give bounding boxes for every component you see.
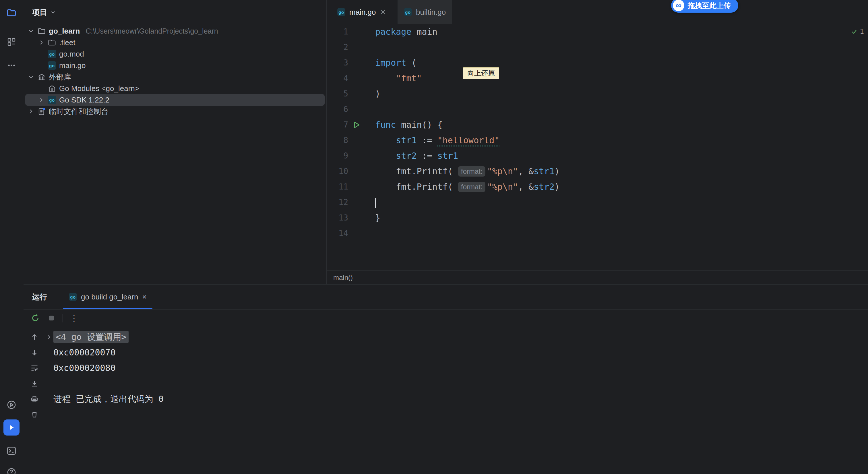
tree-item-fleet[interactable]: .fleet: [24, 37, 327, 48]
project-panel-header[interactable]: 项目: [24, 0, 327, 25]
chevron-right-icon[interactable]: [38, 96, 45, 103]
gutter: [348, 132, 375, 148]
gutter: [348, 101, 375, 117]
line-number[interactable]: 6: [327, 101, 348, 117]
go-file-icon: go: [404, 8, 412, 16]
chevron-down-icon[interactable]: [28, 28, 34, 34]
line-number[interactable]: 12: [327, 195, 348, 210]
go-file-icon: go: [337, 8, 345, 16]
line-number[interactable]: 1: [327, 24, 348, 40]
code-text: str2 := str1: [375, 148, 458, 164]
tree-item-main-go[interactable]: go main.go: [24, 60, 327, 71]
code-line-6[interactable]: 6: [327, 101, 868, 117]
code-line-8[interactable]: 8 str1 := "helloworld": [327, 132, 868, 148]
project-panel-title: 项目: [32, 7, 47, 18]
tree-item-go-mod[interactable]: go go.mod: [24, 48, 327, 60]
scroll-to-end-button[interactable]: [30, 379, 39, 388]
chevron-right-icon[interactable]: [28, 108, 34, 115]
gutter: [348, 164, 375, 179]
code-line-13[interactable]: 13}: [327, 210, 868, 226]
code-line-7[interactable]: 7func main() {: [327, 117, 868, 132]
gutter: [348, 40, 375, 55]
stop-button[interactable]: [47, 314, 56, 322]
help-button[interactable]: [3, 464, 20, 474]
tree-item-label: main.go: [59, 61, 86, 70]
more-tool-windows-button[interactable]: [3, 57, 20, 73]
library-icon: [48, 84, 56, 93]
console-line: 0xc000020080: [45, 360, 868, 376]
console-line: 0xc000020070: [45, 345, 868, 360]
project-tool-button[interactable]: [3, 5, 20, 21]
line-number[interactable]: 9: [327, 148, 348, 164]
run-tab-go-build[interactable]: go go build go_learn ×: [63, 285, 152, 309]
line-number[interactable]: 10: [327, 164, 348, 179]
breadcrumb-main[interactable]: main(): [333, 274, 353, 282]
run-tool-button[interactable]: [3, 419, 20, 436]
inspection-widget[interactable]: 1: [851, 28, 864, 36]
code-line-4[interactable]: 4 "fmt": [327, 70, 868, 86]
line-number[interactable]: 13: [327, 210, 348, 226]
run-line-icon[interactable]: [352, 121, 361, 129]
code-line-1[interactable]: 1package main: [327, 24, 868, 40]
line-number[interactable]: 5: [327, 86, 348, 101]
code-editor[interactable]: 1package main23import (4 "fmt"5)67func m…: [327, 24, 868, 270]
tree-item-scratches[interactable]: 临时文件和控制台: [24, 106, 327, 117]
next-occurrence-button[interactable]: [30, 348, 39, 357]
code-line-10[interactable]: 10 fmt.Printf( format:"%p\n", &str1): [327, 164, 868, 179]
more-dots-icon: [7, 61, 17, 70]
structure-tool-button[interactable]: [3, 34, 20, 50]
code-line-12[interactable]: 12: [327, 195, 868, 210]
tree-item-go-modules[interactable]: Go Modules <go_learn>: [24, 83, 327, 94]
chevron-down-icon[interactable]: [28, 73, 34, 80]
tab-label: builtin.go: [416, 8, 446, 17]
code-text: }: [375, 210, 380, 226]
line-number[interactable]: 14: [327, 226, 348, 241]
code-line-3[interactable]: 3import (: [327, 55, 868, 70]
run-tab-close-icon[interactable]: ×: [143, 293, 147, 301]
tree-item-label: Go SDK 1.22.2: [59, 96, 110, 105]
folder-icon: [48, 38, 56, 47]
folded-region[interactable]: <4 go 设置调用>: [53, 331, 129, 343]
terminal-icon: [6, 446, 17, 456]
chevron-right-icon[interactable]: [38, 39, 45, 46]
code-text: fmt.Printf( format:"%p\n", &str1): [375, 164, 560, 179]
code-line-11[interactable]: 11 fmt.Printf( format:"%p\n", &str2): [327, 179, 868, 195]
line-number[interactable]: 8: [327, 132, 348, 148]
gutter: [348, 70, 375, 86]
tree-item-external-libraries[interactable]: 外部库: [24, 71, 327, 83]
line-number[interactable]: 4: [327, 70, 348, 86]
project-root-path: C:\Users\meowr\GolandProjects\go_learn: [86, 27, 218, 35]
print-button[interactable]: [30, 394, 39, 404]
line-number[interactable]: 3: [327, 55, 348, 70]
more-options-icon[interactable]: ⋮: [70, 313, 79, 323]
code-line-9[interactable]: 9 str2 := str1: [327, 148, 868, 164]
line-number[interactable]: 7: [327, 117, 348, 132]
line-number[interactable]: 2: [327, 40, 348, 55]
gutter: [348, 226, 375, 241]
tree-item-go-learn[interactable]: go_learn C:\Users\meowr\GolandProjects\g…: [24, 25, 327, 37]
tree-item-label: 临时文件和控制台: [49, 107, 108, 117]
editor-tab-builtin-go[interactable]: go builtin.go: [398, 0, 452, 24]
code-line-2[interactable]: 2: [327, 40, 868, 55]
tree-item-go-sdk[interactable]: go Go SDK 1.22.2: [25, 94, 324, 106]
soft-wrap-button[interactable]: [30, 363, 39, 373]
line-number[interactable]: 11: [327, 179, 348, 195]
project-tree: go_learn C:\Users\meowr\GolandProjects\g…: [24, 25, 327, 117]
prev-occurrence-button[interactable]: [30, 332, 39, 342]
upload-overlay[interactable]: ∞ 拖拽至此上传: [671, 0, 738, 12]
terminal-tool-button[interactable]: [3, 443, 20, 459]
tab-close-icon[interactable]: ×: [381, 8, 386, 17]
clear-console-button[interactable]: [30, 410, 39, 419]
inspection-count: 1: [860, 28, 864, 36]
editor-tab-main-go[interactable]: go main.go ×: [331, 0, 392, 24]
code-text: "fmt": [375, 70, 422, 86]
console-output[interactable]: <4 go 设置调用>0xc0000200700xc000020080进程 已完…: [45, 327, 868, 474]
code-line-14[interactable]: 14: [327, 226, 868, 241]
services-tool-button[interactable]: [3, 397, 20, 413]
gutter: [348, 210, 375, 226]
fold-chevron-icon[interactable]: [46, 334, 52, 340]
run-toolbar: ⋮: [24, 309, 868, 327]
tree-item-label: .fleet: [59, 38, 75, 47]
rerun-button[interactable]: [30, 313, 40, 323]
code-line-5[interactable]: 5): [327, 86, 868, 101]
